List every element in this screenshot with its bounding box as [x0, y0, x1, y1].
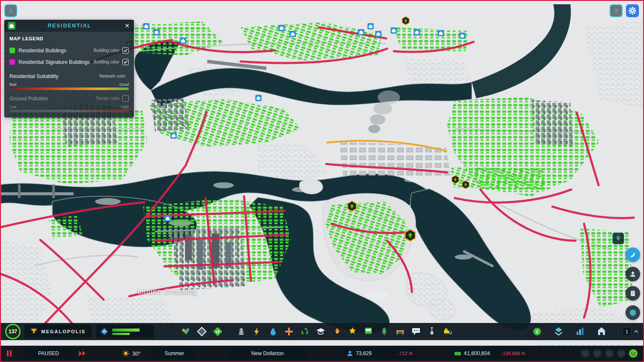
close-icon[interactable]: ✕ [124, 22, 131, 29]
notification-count-badge[interactable]: 1 [623, 327, 631, 336]
population-icon [346, 350, 353, 357]
police-badge-icon [347, 326, 358, 337]
bulldozer-tool[interactable] [441, 325, 455, 338]
communications-tool[interactable] [409, 325, 423, 338]
garbage-tool[interactable] [298, 325, 312, 338]
notification-stack [626, 247, 640, 320]
recycle-icon [300, 326, 310, 337]
xp-bar [112, 329, 150, 332]
signature-checkbox[interactable] [122, 59, 129, 65]
legend-row-signature: Residential Signature Buildings Building… [9, 56, 129, 68]
fast-forward-icon [78, 350, 87, 356]
info-icon: i [10, 7, 12, 15]
bus-icon [363, 326, 374, 337]
happiness-face-4[interactable] [617, 349, 626, 358]
lightning-icon [252, 326, 262, 337]
legend-title: RESIDENTIAL [15, 23, 124, 29]
residential-checkbox[interactable] [122, 47, 129, 54]
help-icon: ? [614, 7, 618, 15]
bird-icon [629, 250, 637, 259]
chirper-button[interactable] [626, 247, 640, 262]
legend-row-label: Residential Buildings [18, 48, 94, 54]
city-level-badge[interactable]: 137 [5, 324, 21, 339]
trophy-icon [30, 328, 38, 335]
water-drop-icon [268, 326, 278, 337]
transportation-tool[interactable] [361, 325, 375, 338]
happiness-face-3[interactable] [605, 349, 614, 358]
scale-min: Bad [9, 82, 16, 87]
sun-icon [122, 350, 130, 357]
budget-display[interactable]: ¢1,600,604 -138,699 /h [450, 348, 529, 359]
parks-tool[interactable] [377, 325, 391, 338]
legend-header: RESIDENTIAL ✕ [4, 20, 134, 32]
fire-rescue-tool[interactable] [330, 325, 343, 338]
milestone-label: MEGALOPOLIS [41, 329, 85, 334]
shovel-icon [427, 326, 437, 337]
checkmark-icon [123, 48, 128, 53]
bulldozer-icon [443, 326, 453, 337]
citizen-button[interactable] [626, 267, 640, 281]
zoning-tool[interactable] [179, 325, 193, 338]
landmark-icon [596, 326, 607, 337]
suitability-type: Network color [100, 74, 126, 78]
info-button[interactable]: i [4, 4, 17, 17]
roads-tool[interactable] [234, 325, 248, 338]
district-label: Linden Crossing [137, 287, 197, 296]
economy-button[interactable]: ¢ [530, 325, 544, 338]
legend-row-type: Building color [94, 48, 119, 53]
progression-button[interactable] [595, 325, 608, 338]
info-views-button[interactable] [552, 325, 565, 338]
areas-icon [196, 326, 207, 337]
milestone-button[interactable]: MEGALOPOLIS [24, 325, 91, 338]
map-pin-button[interactable] [612, 232, 624, 244]
healthcare-tool[interactable] [282, 325, 296, 338]
economy-icon: ¢ [532, 326, 542, 337]
toolbar-divider [618, 327, 618, 336]
simulation-state[interactable]: PAUSED [23, 348, 74, 359]
bench-icon [395, 326, 405, 337]
xp-bar-secondary [112, 333, 150, 335]
pause-icon [6, 350, 13, 357]
suitability-gradient-bar [9, 87, 129, 90]
medical-cross-icon [284, 326, 294, 337]
tool-buttons [179, 325, 455, 338]
city-name-display[interactable]: New Dollarton [228, 348, 307, 359]
map-legend-panel: RESIDENTIAL ✕ MAP LEGEND Residential Bui… [4, 20, 134, 118]
gear-icon [628, 6, 637, 15]
speed-button[interactable] [78, 348, 87, 359]
pause-button[interactable] [6, 348, 13, 359]
notification-count: 1 [626, 329, 628, 334]
season-label: Summer [164, 350, 184, 356]
season-indicator[interactable]: Summer [152, 348, 197, 359]
happiness-face-positive[interactable] [629, 349, 638, 358]
journal-button[interactable] [626, 286, 640, 301]
weather-indicator[interactable]: 30° [122, 348, 141, 359]
main-toolbar: 137 MEGALOPOLIS [1, 323, 643, 340]
residential-infoview-icon [8, 22, 15, 30]
landscaping-tool[interactable] [425, 325, 439, 338]
electricity-tool[interactable] [250, 325, 264, 338]
settings-button[interactable] [626, 4, 639, 17]
education-tool[interactable] [314, 325, 328, 338]
water-sewage-tool[interactable] [266, 325, 280, 338]
recreation-tool[interactable] [393, 325, 407, 338]
happiness-face-1[interactable] [580, 349, 590, 358]
legend-row-pollution: Ground Pollution Terrain color [9, 93, 129, 104]
bar-chart-icon [575, 326, 585, 337]
help-button[interactable]: ? [610, 4, 623, 17]
xp-progress-bars [112, 329, 150, 335]
statistics-button[interactable] [573, 325, 587, 338]
budget-value: ¢1,600,604 [464, 350, 490, 356]
progression-widget[interactable] [96, 325, 154, 338]
areas-tool[interactable] [195, 325, 209, 338]
signature-buildings-tool[interactable] [211, 325, 225, 338]
police-tool[interactable] [346, 325, 359, 338]
speech-bubble-icon [411, 326, 421, 337]
happiness-face-2[interactable] [592, 349, 602, 358]
toolbar-expand-button[interactable] [634, 329, 639, 334]
population-display[interactable]: 73,629 -712 /h [343, 348, 416, 359]
world-button[interactable] [626, 305, 640, 320]
pollution-checkbox[interactable] [122, 95, 129, 102]
map-pin-icon [615, 235, 622, 242]
chevron-up-icon [634, 329, 639, 334]
